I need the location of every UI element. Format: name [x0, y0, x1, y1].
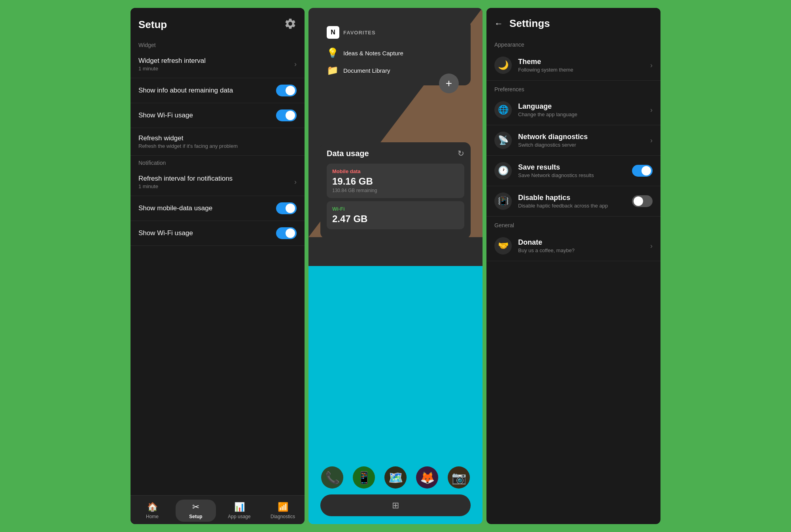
network-diag-subtitle: Switch diagnostics server [518, 142, 644, 148]
show-remaining-data-title: Show info about remaining data [138, 87, 272, 94]
setup-icon: ✂ [192, 502, 199, 512]
middle-panel: N FAVORITES 💡 Ideas & Notes Capture 📁 Do… [308, 8, 483, 524]
widget-refresh-value: 1 minute [138, 66, 290, 72]
fav-item-1[interactable]: 💡 Ideas & Notes Capture [327, 44, 464, 62]
refresh-widget-subtitle: Refresh the widget if it's facing any pr… [138, 143, 297, 149]
settings-header: ← Settings [486, 8, 660, 36]
show-mobile-data-toggle[interactable] [276, 202, 297, 214]
mobile-data-remaining: 130.84 GB remaining [332, 188, 459, 193]
app-usage-icon: 📊 [234, 502, 245, 512]
save-results-icon-wrap: 🕐 [494, 162, 512, 179]
setup-scroll: Widget Widget refresh interval 1 minute … [131, 38, 305, 495]
data-usage-card: Data usage ↻ Mobile data 19.16 GB 130.84… [320, 142, 471, 239]
favorites-header: N FAVORITES [327, 26, 464, 39]
nav-home-label: Home [146, 514, 159, 519]
network-diagnostics-row[interactable]: 📡 Network diagnostics Switch diagnostics… [486, 125, 660, 156]
network-diag-title: Network diagnostics [518, 133, 644, 141]
language-row[interactable]: 🌐 Language Change the app language › [486, 95, 660, 125]
language-title: Language [518, 102, 644, 111]
ideas-icon: 💡 [327, 47, 339, 58]
moon-icon: 🌙 [498, 60, 509, 70]
settings-title: Settings [509, 17, 550, 30]
nav-diagnostics-label: Diagnostics [271, 514, 295, 519]
show-wifi-usage-1-toggle[interactable] [276, 109, 297, 121]
haptics-icon: 📳 [498, 196, 509, 206]
wifi-value: 2.47 GB [332, 213, 459, 224]
app-firefox-icon[interactable]: 🦊 [416, 466, 438, 489]
data-usage-title: Data usage [327, 149, 369, 158]
donate-subtitle: Buy us a coffee, maybe? [518, 247, 644, 253]
show-mobile-data-row[interactable]: Show mobile-data usage [131, 196, 305, 221]
nav-app-usage[interactable]: 📊 App usage [219, 500, 259, 522]
language-icon-wrap: 🌐 [494, 101, 512, 119]
theme-subtitle: Following system theme [518, 67, 644, 73]
disable-haptics-title: Disable haptics [518, 194, 622, 202]
disable-haptics-row[interactable]: 📳 Disable haptics Disable haptic feedbac… [486, 186, 660, 217]
widget-section-label: Widget [131, 38, 305, 51]
save-results-icon: 🕐 [498, 166, 509, 176]
refresh-notif-row[interactable]: Refresh interval for notifications 1 min… [131, 168, 305, 196]
disable-haptics-subtitle: Disable haptic feedback across the app [518, 203, 622, 209]
chevron-right-icon: › [294, 60, 297, 68]
settings-panel: ← Settings Appearance 🌙 Theme Following … [486, 8, 660, 524]
app-phone-icon[interactable]: 📞 [321, 466, 343, 489]
show-remaining-data-row[interactable]: Show info about remaining data [131, 78, 305, 103]
mobile-data-value: 19.16 GB [332, 176, 459, 187]
disable-haptics-toggle[interactable] [632, 195, 653, 207]
nav-diagnostics[interactable]: 📶 Diagnostics [263, 500, 303, 522]
notion-icon: N [327, 26, 339, 39]
refresh-widget-title: Refresh widget [138, 134, 297, 142]
show-wifi-usage-2-row[interactable]: Show Wi-Fi usage [131, 221, 305, 246]
favorites-card: N FAVORITES 💡 Ideas & Notes Capture 📁 Do… [320, 20, 471, 85]
folder-icon: 📁 [327, 65, 339, 76]
refresh-notif-value: 1 minute [138, 183, 290, 189]
show-remaining-data-toggle[interactable] [276, 85, 297, 96]
nav-setup[interactable]: ✂ Setup [176, 500, 216, 522]
notification-section-label: Notification [131, 156, 305, 168]
wifi-section: Wi-Fi 2.47 GB [327, 201, 464, 229]
mobile-data-label: Mobile data [332, 168, 459, 174]
settings-scroll: Appearance 🌙 Theme Following system them… [486, 36, 660, 524]
back-arrow-icon[interactable]: ← [494, 19, 503, 29]
gear-icon[interactable] [284, 17, 297, 32]
setup-panel: Setup Widget Widget refresh interval 1 m… [131, 8, 305, 524]
chevron-right-icon-2: › [294, 178, 297, 186]
donate-row[interactable]: 🤝 Donate Buy us a coffee, maybe? › [486, 231, 660, 261]
theme-chevron-icon: › [650, 61, 653, 70]
language-subtitle: Change the app language [518, 111, 644, 117]
refresh-widget-row[interactable]: Refresh widget Refresh the widget if it'… [131, 128, 305, 156]
save-results-row[interactable]: 🕐 Save results Save Network diagnostics … [486, 156, 660, 186]
donate-icon: 🤝 [498, 241, 509, 251]
globe-icon: 🌐 [498, 105, 509, 115]
dock-bar: ⊞ [320, 494, 471, 516]
appearance-label: Appearance [486, 36, 660, 50]
donate-chevron-icon: › [650, 242, 653, 250]
refresh-icon[interactable]: ↻ [458, 149, 464, 158]
nav-home[interactable]: 🏠 Home [132, 500, 172, 522]
fav-item-2-label: Document Library [343, 67, 390, 74]
dock-icon: ⊞ [392, 500, 399, 511]
show-wifi-usage-2-toggle[interactable] [276, 227, 297, 239]
disable-haptics-icon-wrap: 📳 [494, 192, 512, 210]
show-wifi-usage-1-row[interactable]: Show Wi-Fi usage [131, 103, 305, 128]
wifi-label: Wi-Fi [332, 206, 459, 212]
add-button[interactable]: + [439, 74, 459, 93]
save-results-toggle[interactable] [632, 165, 653, 177]
app-dock: 📞 📱 🗺️ 🦊 📷 [316, 466, 475, 489]
widget-refresh-title: Widget refresh interval [138, 57, 290, 65]
app-camera-icon[interactable]: 📷 [448, 466, 470, 489]
save-results-title: Save results [518, 163, 622, 172]
widget-refresh-row[interactable]: Widget refresh interval 1 minute › [131, 51, 305, 78]
save-results-subtitle: Save Network diagnostics results [518, 172, 622, 178]
bottom-nav: 🏠 Home ✂ Setup 📊 App usage 📶 Diagnostics [131, 495, 305, 524]
setup-header: Setup [131, 8, 305, 38]
refresh-notif-title: Refresh interval for notifications [138, 175, 290, 183]
theme-row[interactable]: 🌙 Theme Following system theme › [486, 50, 660, 81]
home-icon: 🏠 [147, 502, 158, 512]
network-diag-icon: 📡 [498, 135, 509, 145]
network-diag-icon-wrap: 📡 [494, 132, 512, 149]
nav-setup-label: Setup [189, 514, 202, 519]
network-diag-chevron-icon: › [650, 136, 653, 145]
app-maps-icon[interactable]: 🗺️ [384, 466, 407, 489]
app-dialer-icon[interactable]: 📱 [353, 466, 375, 489]
